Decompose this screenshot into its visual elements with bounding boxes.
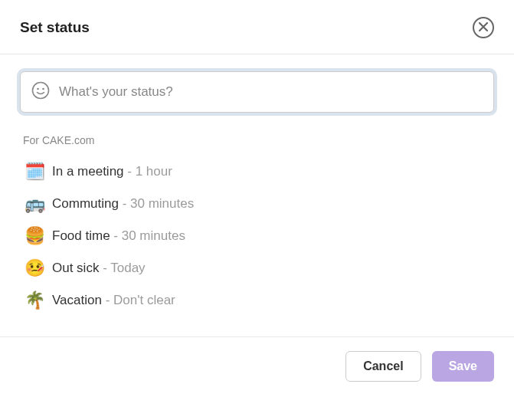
calendar-icon: 🗓️ (25, 162, 52, 182)
smiley-icon (31, 81, 50, 103)
preset-text: Vacation - Don't clear (52, 293, 175, 308)
modal-footer: Cancel Save (0, 336, 514, 395)
preset-item[interactable]: 🍔 Food time - 30 minutes (25, 220, 494, 252)
modal-body: For CAKE.com 🗓️ In a meeting - 1 hour 🚌 … (0, 54, 514, 336)
sick-icon: 🤒 (25, 258, 52, 278)
preset-list: 🗓️ In a meeting - 1 hour 🚌 Commuting - 3… (20, 156, 494, 329)
preset-label: In a meeting (52, 164, 124, 179)
set-status-modal: Set status For CAKE.com 🗓️ In a meeting … (0, 0, 514, 395)
preset-duration: 30 minutes (130, 196, 194, 211)
preset-duration: Today (110, 261, 145, 275)
modal-header: Set status (0, 0, 514, 54)
palm-icon: 🌴 (25, 290, 52, 310)
close-button[interactable] (473, 17, 494, 38)
preset-label: Out sick (52, 261, 99, 275)
emoji-picker-button[interactable] (31, 81, 50, 103)
preset-text: In a meeting - 1 hour (52, 164, 172, 179)
close-icon (479, 22, 488, 34)
preset-duration: 1 hour (136, 164, 172, 179)
preset-item[interactable]: 🚌 Commuting - 30 minutes (25, 188, 494, 220)
preset-label: Commuting (52, 196, 119, 211)
burger-icon: 🍔 (25, 226, 52, 246)
svg-point-0 (33, 83, 49, 99)
preset-item[interactable]: 🌴 Vacation - Don't clear (25, 284, 494, 317)
preset-item[interactable]: 🤒 Out sick - Today (25, 252, 494, 284)
preset-duration: Don't clear (113, 293, 175, 307)
preset-label: Vacation (52, 293, 102, 307)
bus-icon: 🚌 (25, 194, 52, 214)
preset-text: Commuting - 30 minutes (52, 196, 194, 212)
save-button[interactable]: Save (432, 351, 494, 382)
svg-point-2 (42, 88, 44, 90)
preset-item[interactable]: 🗓️ In a meeting - 1 hour (25, 156, 494, 188)
context-label: For CAKE.com (20, 134, 494, 146)
preset-text: Food time - 30 minutes (52, 228, 185, 244)
cancel-button[interactable]: Cancel (345, 351, 421, 382)
preset-duration: 30 minutes (122, 228, 185, 243)
modal-title: Set status (20, 19, 90, 36)
preset-label: Food time (52, 228, 110, 243)
status-input[interactable] (59, 84, 483, 100)
preset-text: Out sick - Today (52, 261, 146, 276)
status-input-wrapper (20, 71, 494, 113)
svg-point-1 (37, 88, 39, 90)
